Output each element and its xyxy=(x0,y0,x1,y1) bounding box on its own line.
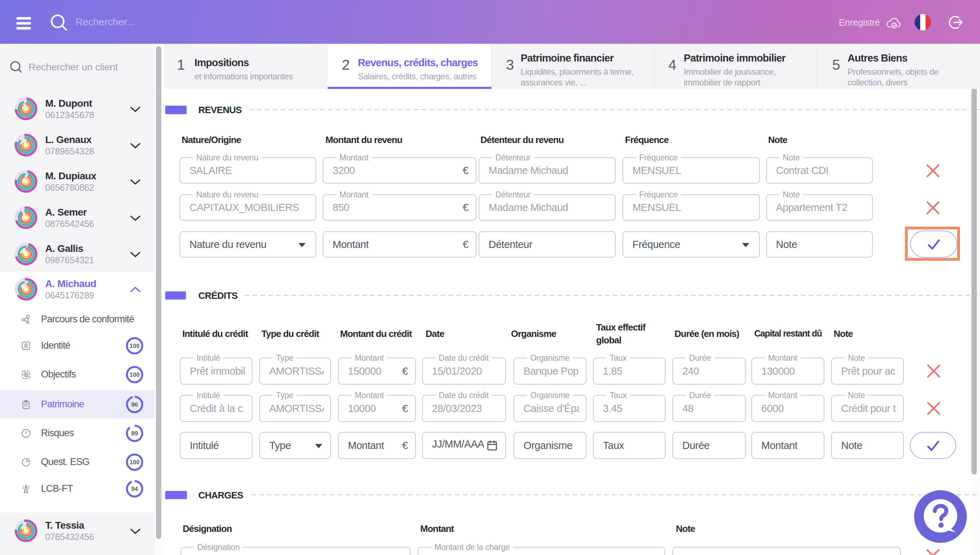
svg-text:100: 100 xyxy=(130,459,140,466)
svg-text:89: 89 xyxy=(131,430,138,437)
svg-text:96: 96 xyxy=(131,401,138,408)
svg-text:100: 100 xyxy=(130,371,140,378)
svg-text:94: 94 xyxy=(131,486,138,492)
svg-text:100: 100 xyxy=(130,343,140,350)
